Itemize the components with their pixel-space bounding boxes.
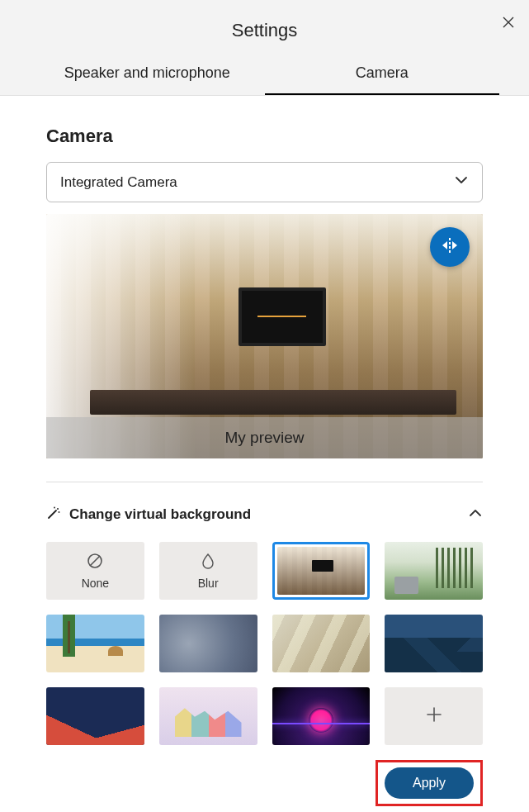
vb-tile-geometric[interactable] [46,687,144,745]
vb-tile-mountains[interactable] [385,615,483,672]
camera-device-select[interactable]: Integrated Camera [46,162,483,202]
preview-decor [90,390,456,415]
settings-title: Settings [13,20,516,56]
camera-preview: My preview [46,214,483,458]
vb-thumbnail [277,547,366,595]
vb-tile-pastel-shapes[interactable] [159,687,257,745]
divider [46,482,483,482]
apply-button[interactable]: Apply [385,767,474,799]
plus-icon [423,704,445,729]
tabs: Speaker and microphone Camera [13,56,516,95]
blur-icon [199,552,217,573]
vb-tile-add-custom[interactable] [385,687,483,745]
close-icon [503,17,514,31]
footer: Apply [46,760,483,806]
svg-point-2 [54,507,55,509]
none-icon [86,552,104,573]
preview-label: My preview [46,417,483,458]
chevron-up-icon[interactable] [468,506,483,524]
vb-tile-neon[interactable] [272,687,371,745]
svg-point-0 [57,508,59,510]
tab-speaker-and-microphone[interactable]: Speaker and microphone [30,56,265,95]
close-button[interactable] [503,17,514,31]
vb-tile-forest-sofa[interactable] [385,542,483,600]
tab-camera[interactable]: Camera [265,56,500,95]
mirror-horizontal-icon [440,235,460,259]
virtual-background-grid: None Blur [46,542,483,745]
camera-device-value: Integrated Camera [60,174,177,191]
content: Camera Integrated Camera My preview [0,96,529,812]
vb-tile-none[interactable]: None [46,542,144,600]
mirror-video-button[interactable] [430,227,470,267]
vb-tile-office[interactable] [272,542,371,600]
chevron-down-icon [454,173,469,192]
virtual-background-title: Change virtual background [69,506,251,523]
vb-tile-bokeh-blue[interactable] [159,615,257,672]
highlight-box: Apply [375,760,483,806]
vb-tile-light-rays[interactable] [272,615,371,672]
svg-point-1 [59,511,60,513]
virtual-background-header[interactable]: Change virtual background [46,506,483,524]
vb-tile-beach[interactable] [46,615,144,672]
vb-tile-label: Blur [198,577,219,590]
camera-heading: Camera [46,126,483,147]
magic-wand-icon [46,506,61,524]
vb-tile-blur[interactable]: Blur [159,542,257,600]
vb-tile-label: None [82,577,109,590]
settings-header: Settings Speaker and microphone Camera [0,0,529,96]
preview-decor [239,287,326,346]
